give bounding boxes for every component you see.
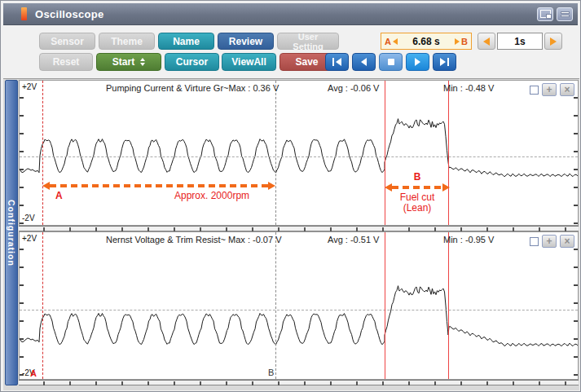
cursor-a-line[interactable] — [42, 81, 43, 225]
range-a-label: A — [385, 37, 391, 46]
skip-to-end-button[interactable] — [433, 53, 456, 71]
right-arrow-icon — [550, 37, 557, 46]
left-ticks — [20, 232, 24, 379]
range-b-arrow-icon[interactable] — [455, 38, 460, 45]
waveform-1 — [20, 81, 579, 226]
stop-button[interactable] — [379, 53, 403, 71]
annotation-b: B — [380, 172, 455, 183]
cursor-b-line[interactable] — [275, 232, 276, 379]
range-value: 6.68 s — [399, 36, 453, 47]
avg-readout: Avg : -0.51 V — [328, 235, 379, 244]
fuel-cut-span-arrow — [385, 183, 450, 192]
sensor-button[interactable]: Sensor — [39, 33, 95, 50]
event-line-end — [448, 232, 449, 379]
scope-panel-nernst-voltage: +2V -2V Nernst Voltage & Trim Resist~ Ma… — [19, 231, 579, 380]
right-ticks — [574, 232, 578, 379]
ab-range-display: A 6.68 s B — [381, 33, 472, 50]
oscilloscope-window: Oscilloscope Sensor Theme Name Review Us… — [0, 0, 581, 392]
tile-windows-icon[interactable] — [557, 7, 573, 21]
close-channel-button[interactable]: × — [560, 235, 574, 248]
skip-to-start-button[interactable] — [325, 53, 349, 71]
start-button-label: Start — [112, 56, 134, 68]
annotation-rpm: Approx. 2000rpm — [174, 190, 249, 201]
start-button[interactable]: Start — [96, 53, 161, 71]
vmax-label: +2V — [22, 234, 37, 243]
left-arrow-icon — [483, 37, 490, 46]
left-ticks — [20, 81, 24, 225]
time-axis-1 — [19, 226, 579, 231]
app-icon — [21, 7, 27, 20]
channel-title: Pumping Current & Virture Gr~Max : 0.36 … — [106, 83, 279, 93]
review-button[interactable]: Review — [218, 33, 274, 50]
cursor-a-line[interactable] — [42, 232, 43, 379]
cursor-b-line[interactable] — [275, 81, 276, 225]
timebase-decrease-button[interactable] — [478, 33, 495, 50]
channel-visible-checkbox[interactable] — [530, 237, 539, 246]
zero-line — [20, 156, 578, 157]
step-back-button[interactable] — [352, 53, 376, 71]
waveform-2 — [20, 232, 579, 380]
annotation-lean: (Lean) — [380, 203, 455, 214]
right-ticks — [574, 81, 578, 225]
configuration-tab-label: Configuration — [7, 200, 16, 266]
scope-panel-pumping-current: +2V -2V Pumping Current & Virture Gr~Max… — [19, 80, 579, 226]
range-a-arrow-icon[interactable] — [393, 38, 398, 45]
rpm-span-arrow — [42, 182, 275, 190]
time-axis-2 — [19, 380, 579, 385]
annotation-a: A — [55, 190, 63, 201]
range-b-label: B — [461, 37, 468, 46]
configuration-tab[interactable]: Configuration — [5, 80, 18, 385]
restore-window-icon[interactable] — [537, 7, 553, 21]
close-channel-button[interactable]: × — [560, 83, 574, 96]
titlebar: Oscilloscope — [3, 3, 578, 25]
window-title: Oscilloscope — [35, 8, 104, 20]
min-readout: Min : -0.48 V — [443, 83, 494, 93]
avg-readout: Avg : -0.06 V — [328, 83, 379, 93]
fuel-cut-annotation: B Fuel cut (Lean) — [380, 172, 455, 214]
vmax-label: +2V — [22, 82, 37, 91]
reset-button[interactable]: Reset — [39, 53, 93, 71]
name-button[interactable]: Name — [158, 33, 214, 50]
user-setting-button[interactable]: User Setting — [277, 33, 339, 50]
theme-button[interactable]: Theme — [99, 33, 155, 50]
play-button[interactable] — [406, 53, 429, 71]
channel-title: Nernst Voltage & Trim Resist~ Max : -0.0… — [106, 235, 282, 244]
viewall-button[interactable]: ViewAll — [222, 53, 276, 71]
zoom-channel-button[interactable]: + — [542, 83, 557, 96]
zoom-channel-button[interactable]: + — [542, 235, 557, 248]
start-spinner-icon — [140, 58, 145, 66]
axis-cursor-a-label: A — [30, 368, 37, 378]
cursor-button[interactable]: Cursor — [165, 53, 219, 71]
axis-cursor-b-label: B — [268, 368, 274, 377]
vmin-label: -2V — [22, 214, 35, 222]
channel-visible-checkbox[interactable] — [530, 86, 539, 95]
timebase-value: 1s — [497, 33, 543, 50]
timebase-increase-button[interactable] — [544, 33, 562, 50]
min-readout: Min : -0.95 V — [443, 235, 494, 244]
event-line-start — [385, 232, 385, 379]
zero-line — [20, 310, 578, 311]
